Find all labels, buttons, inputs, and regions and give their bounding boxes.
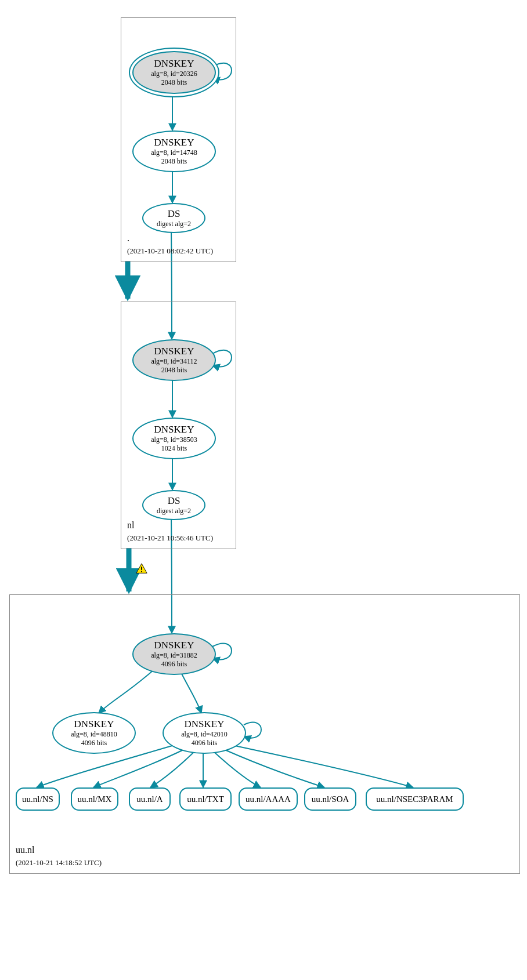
node-root-zsk-title: DNSKEY [154,137,194,148]
node-root-ksk-title: DNSKEY [154,58,194,70]
rrset-soa-label: uu.nl/SOA [312,794,349,804]
node-root-zsk[interactable]: DNSKEY alg=8, id=14748 2048 bits [132,130,216,172]
rrset-nsec-label: uu.nl/NSEC3PARAM [376,794,453,804]
node-uu-zsk[interactable]: DNSKEY alg=8, id=42010 4096 bits [163,712,246,754]
zone-uunl-label: uu.nl (2021-10-21 14:18:52 UTC) [16,844,102,869]
rrset-mx[interactable]: uu.nl/MX [71,787,118,811]
rrset-aaaa[interactable]: uu.nl/AAAA [239,787,298,811]
zone-root-name: . [127,233,129,243]
node-nl-ksk[interactable]: DNSKEY alg=8, id=34112 2048 bits [132,339,216,381]
warning-icon [135,562,148,575]
zone-uunl-name: uu.nl [16,845,34,855]
node-root-ds[interactable]: DS digest alg=2 [142,203,205,233]
node-nl-zsk[interactable]: DNSKEY alg=8, id=38503 1024 bits [132,418,216,459]
node-nl-ds-sub1: digest alg=2 [157,507,191,516]
node-root-zsk-sub2: 2048 bits [161,157,187,166]
rrset-soa[interactable]: uu.nl/SOA [304,787,356,811]
node-uu-zsk-sub1: alg=8, id=42010 [181,730,228,739]
rrset-a-label: uu.nl/A [136,794,163,804]
node-uu-k2[interactable]: DNSKEY alg=8, id=48810 4096 bits [52,712,136,754]
node-nl-zsk-sub2: 1024 bits [161,444,187,453]
svg-rect-1 [141,571,142,572]
zone-root-ts: (2021-10-21 08:02:42 UTC) [127,246,213,255]
node-uu-ksk-title: DNSKEY [154,640,194,651]
node-root-zsk-sub1: alg=8, id=14748 [151,148,197,157]
rrset-ns-label: uu.nl/NS [22,794,53,804]
node-root-ksk-sub2: 2048 bits [161,78,187,87]
rrset-a[interactable]: uu.nl/A [129,787,171,811]
zone-nl-label: nl (2021-10-21 10:56:46 UTC) [127,520,213,544]
zone-root-label: . (2021-10-21 08:02:42 UTC) [127,233,213,257]
node-nl-ksk-sub1: alg=8, id=34112 [151,357,197,366]
rrset-txt-label: uu.nl/TXT [187,794,224,804]
node-uu-k2-sub1: alg=8, id=48810 [71,730,117,739]
rrset-mx-label: uu.nl/MX [78,794,112,804]
node-uu-ksk-sub2: 4096 bits [161,660,187,669]
node-uu-ksk[interactable]: DNSKEY alg=8, id=31882 4096 bits [132,633,216,675]
node-root-ksk-sub1: alg=8, id=20326 [151,70,197,78]
node-uu-k2-sub2: 4096 bits [81,739,107,747]
node-nl-zsk-title: DNSKEY [154,424,194,435]
node-uu-zsk-title: DNSKEY [185,718,225,730]
zone-nl-ts: (2021-10-21 10:56:46 UTC) [127,533,213,542]
node-root-ds-title: DS [168,208,181,220]
node-nl-ds-title: DS [168,495,181,507]
node-uu-zsk-sub2: 4096 bits [192,739,217,747]
node-uu-ksk-sub1: alg=8, id=31882 [151,651,197,660]
zone-uunl-ts: (2021-10-21 14:18:52 UTC) [16,858,102,867]
node-nl-ksk-sub2: 2048 bits [161,366,187,375]
node-root-ksk[interactable]: DNSKEY alg=8, id=20326 2048 bits [132,51,216,94]
rrset-ns[interactable]: uu.nl/NS [16,787,60,811]
zone-nl-name: nl [127,520,134,530]
node-nl-ksk-title: DNSKEY [154,346,194,357]
svg-rect-0 [141,567,142,570]
rrset-aaaa-label: uu.nl/AAAA [246,794,291,804]
node-uu-k2-title: DNSKEY [74,718,114,730]
rrset-nsec[interactable]: uu.nl/NSEC3PARAM [366,787,464,811]
rrset-txt[interactable]: uu.nl/TXT [179,787,232,811]
node-nl-zsk-sub1: alg=8, id=38503 [151,435,197,444]
node-root-ds-sub1: digest alg=2 [157,220,191,228]
node-nl-ds[interactable]: DS digest alg=2 [142,490,205,520]
